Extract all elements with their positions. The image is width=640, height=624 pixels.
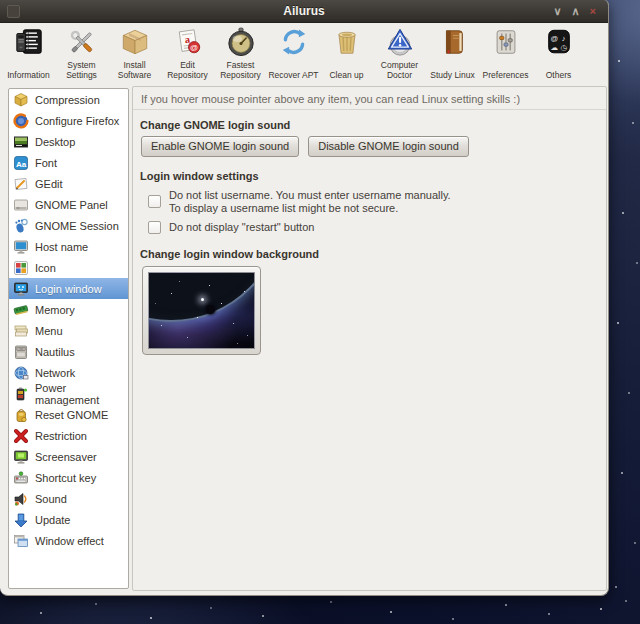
sidebar-item-compression[interactable]: Compression — [9, 89, 128, 110]
sidebar-item-screensaver[interactable]: Screensaver — [9, 446, 128, 467]
sidebar-item-menu[interactable]: Menu — [9, 320, 128, 341]
hint-text: If you hover mouse pointer above any ite… — [140, 91, 598, 109]
sidebar-item-label: Window effect — [35, 535, 104, 547]
update-icon — [13, 512, 29, 528]
do-not-list-username-checkbox[interactable] — [148, 195, 161, 208]
login-window-settings-panel: If you hover mouse pointer above any ite… — [132, 86, 607, 591]
sidebar-item-label: Nautilus — [35, 346, 75, 358]
sidebar-item-memory[interactable]: Memory — [9, 299, 128, 320]
svg-text:◷: ◷ — [560, 42, 567, 51]
sidebar-item-gedit[interactable]: GEdit — [9, 173, 128, 194]
information-icon — [14, 24, 44, 59]
do-not-display-restart-checkbox[interactable] — [148, 221, 161, 234]
login-background-thumbnail-button[interactable] — [142, 266, 261, 355]
toolbar-item-study-linux[interactable]: Study Linux — [426, 24, 479, 84]
toolbar-item-label: Install Software — [108, 59, 161, 80]
sidebar-item-label: Power management — [35, 382, 128, 406]
gnome-panel-icon — [13, 197, 29, 213]
window-effect-icon — [13, 533, 29, 549]
svg-text:☁: ☁ — [550, 42, 558, 51]
computer-doctor-icon — [385, 24, 415, 59]
svg-text:♪: ♪ — [561, 33, 565, 42]
sidebar-item-gnome-panel[interactable]: GNOME Panel — [9, 194, 128, 215]
login-window-icon — [13, 281, 29, 297]
sidebar-item-font[interactable]: Aa Font — [9, 152, 128, 173]
sidebar-item-label: Update — [35, 514, 70, 526]
toolbar-item-recover-apt[interactable]: Recover APT — [267, 24, 320, 84]
toolbar-item-install-software[interactable]: Install Software — [108, 24, 161, 84]
toolbar-item-label: Preferences — [483, 59, 529, 80]
sidebar-item-label: Configure Firefox — [35, 115, 119, 127]
maximize-button[interactable]: ∧ — [572, 1, 580, 22]
sidebar-item-restriction[interactable]: Restriction — [9, 425, 128, 446]
sidebar-item-login-window[interactable]: Login window — [9, 278, 128, 299]
sidebar-item-configure-firefox[interactable]: Configure Firefox — [9, 110, 128, 131]
sidebar-item-network[interactable]: Network — [9, 362, 128, 383]
toolbar-item-others[interactable]: @♪☁◷ Others — [532, 24, 585, 84]
sidebar-item-label: Compression — [35, 94, 100, 106]
minimize-button[interactable]: ∨ — [553, 1, 561, 22]
sidebar-item-label: Restriction — [35, 430, 87, 442]
sidebar-item-reset-gnome[interactable]: Reset GNOME — [9, 404, 128, 425]
titlebar[interactable]: Ailurus ∨ ∧ × — [0, 0, 608, 23]
others-icon: @♪☁◷ — [544, 24, 574, 59]
nebula-flare — [201, 298, 204, 301]
study-linux-icon — [438, 24, 468, 59]
sidebar-item-label: Desktop — [35, 136, 75, 148]
edit-repository-icon: a@ — [173, 24, 203, 59]
svg-text:@: @ — [550, 33, 558, 42]
gedit-icon — [13, 176, 29, 192]
sidebar-item-gnome-session[interactable]: GNOME Session — [9, 215, 128, 236]
power-management-icon — [13, 386, 29, 402]
window-title: Ailurus — [0, 4, 608, 18]
reset-gnome-icon — [13, 407, 29, 423]
toolbar-item-edit-repository[interactable]: a@ Edit Repository — [161, 24, 214, 84]
recover-apt-icon — [279, 24, 309, 59]
sidebar-item-icon[interactable]: Icon — [9, 257, 128, 278]
checkbox-label-line1: Do not list username. You must enter use… — [169, 189, 451, 202]
sidebar-item-shortcut-key[interactable]: Shortcut key — [9, 467, 128, 488]
sidebar-item-label: Sound — [35, 493, 67, 505]
toolbar-item-fastest-repository[interactable]: Fastest Repository — [214, 24, 267, 84]
sidebar-item-label: Screensaver — [35, 451, 97, 463]
do-not-display-restart-label: Do not display "restart" button — [169, 221, 314, 234]
sidebar-item-label: Icon — [35, 262, 56, 274]
toolbar-item-preferences[interactable]: Preferences — [479, 24, 532, 84]
sidebar-item-power-management[interactable]: Power management — [9, 383, 128, 404]
app-window-icon — [7, 5, 20, 18]
disable-gnome-login-sound-button[interactable]: Disable GNOME login sound — [308, 136, 469, 157]
toolbar-item-label: Recover APT — [268, 59, 318, 80]
toolbar-item-system-settings[interactable]: System Settings — [55, 24, 108, 84]
svg-text:@: @ — [190, 42, 198, 51]
sidebar-item-label: GEdit — [35, 178, 63, 190]
restriction-icon — [13, 428, 29, 444]
toolbar-item-label: System Settings — [55, 59, 108, 80]
sidebar-item-sound[interactable]: Sound — [9, 488, 128, 509]
toolbar-item-label: Computer Doctor — [373, 59, 426, 80]
toolbar-item-label: Fastest Repository — [214, 59, 267, 80]
moon-graphic — [206, 305, 215, 314]
toolbar-item-label: Clean up — [329, 59, 363, 80]
toolbar-item-computer-doctor[interactable]: Computer Doctor — [373, 24, 426, 84]
close-button[interactable]: × — [590, 1, 596, 22]
section-heading-login-sound: Change GNOME login sound — [140, 119, 598, 131]
sound-icon — [13, 491, 29, 507]
sidebar-item-nautilus[interactable]: Nautilus — [9, 341, 128, 362]
preferences-icon — [491, 24, 521, 59]
section-heading-login-background: Change login window background — [140, 248, 598, 260]
system-settings-icon — [67, 24, 97, 59]
sidebar-item-desktop[interactable]: Desktop — [9, 131, 128, 152]
sidebar-item-window-effect[interactable]: Window effect — [9, 530, 128, 551]
sidebar-item-label: Login window — [35, 283, 102, 295]
sidebar-item-host-name[interactable]: Host name — [9, 236, 128, 257]
window-controls: ∨ ∧ × — [553, 1, 608, 22]
toolbar-item-label: Others — [546, 59, 572, 80]
enable-gnome-login-sound-button[interactable]: Enable GNOME login sound — [141, 136, 299, 157]
do-not-list-username-label: Do not list username. You must enter use… — [169, 189, 451, 214]
sidebar-item-label: GNOME Panel — [35, 199, 108, 211]
preview-stars — [149, 273, 150, 274]
sidebar-category-list: Compression Configure Firefox Desktop Aa… — [8, 88, 129, 589]
toolbar-item-information[interactable]: Information — [2, 24, 55, 84]
toolbar-item-clean-up[interactable]: Clean up — [320, 24, 373, 84]
sidebar-item-update[interactable]: Update — [9, 509, 128, 530]
